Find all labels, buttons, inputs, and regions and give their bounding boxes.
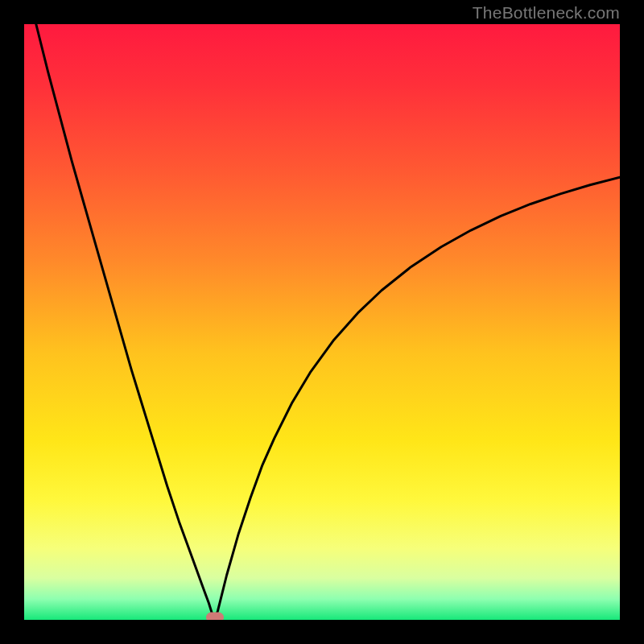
watermark-text: TheBottleneck.com <box>473 3 620 23</box>
bottleneck-curve <box>24 24 620 620</box>
chart-frame <box>24 24 620 620</box>
minimum-marker <box>206 613 224 621</box>
curve-path <box>36 24 620 620</box>
